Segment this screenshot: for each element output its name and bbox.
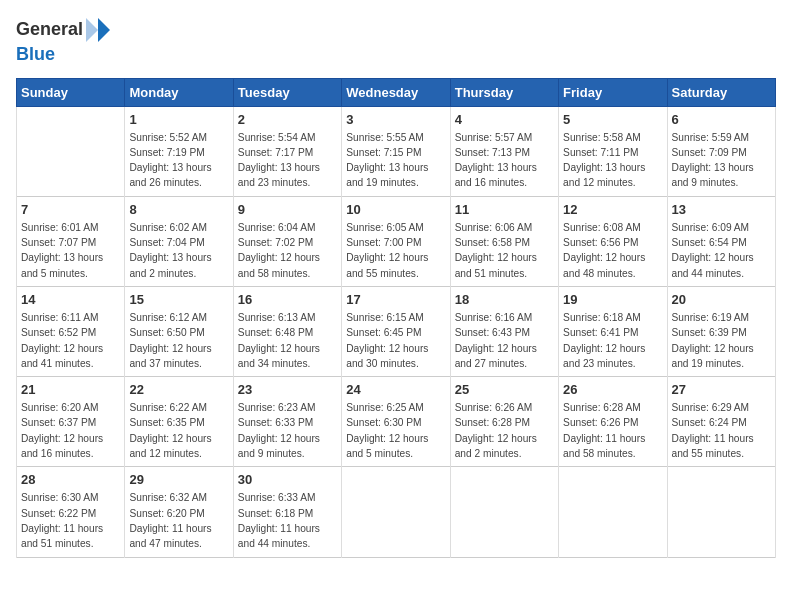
calendar-cell: 8Sunrise: 6:02 AMSunset: 7:04 PMDaylight… [125, 196, 233, 286]
calendar-cell: 13Sunrise: 6:09 AMSunset: 6:54 PMDayligh… [667, 196, 775, 286]
day-number: 20 [672, 292, 771, 307]
day-number: 12 [563, 202, 662, 217]
weekday-header-thursday: Thursday [450, 78, 558, 106]
calendar-cell: 7Sunrise: 6:01 AMSunset: 7:07 PMDaylight… [17, 196, 125, 286]
day-info: Sunrise: 6:28 AMSunset: 6:26 PMDaylight:… [563, 400, 662, 461]
calendar-cell: 20Sunrise: 6:19 AMSunset: 6:39 PMDayligh… [667, 286, 775, 376]
day-number: 16 [238, 292, 337, 307]
calendar-table: SundayMondayTuesdayWednesdayThursdayFrid… [16, 78, 776, 558]
calendar-cell: 14Sunrise: 6:11 AMSunset: 6:52 PMDayligh… [17, 286, 125, 376]
day-number: 14 [21, 292, 120, 307]
day-info: Sunrise: 6:06 AMSunset: 6:58 PMDaylight:… [455, 220, 554, 281]
day-number: 8 [129, 202, 228, 217]
calendar-header-row: SundayMondayTuesdayWednesdayThursdayFrid… [17, 78, 776, 106]
day-info: Sunrise: 6:26 AMSunset: 6:28 PMDaylight:… [455, 400, 554, 461]
day-number: 13 [672, 202, 771, 217]
weekday-header-saturday: Saturday [667, 78, 775, 106]
day-info: Sunrise: 6:25 AMSunset: 6:30 PMDaylight:… [346, 400, 445, 461]
day-info: Sunrise: 5:52 AMSunset: 7:19 PMDaylight:… [129, 130, 228, 191]
day-number: 17 [346, 292, 445, 307]
day-info: Sunrise: 6:05 AMSunset: 7:00 PMDaylight:… [346, 220, 445, 281]
day-info: Sunrise: 6:13 AMSunset: 6:48 PMDaylight:… [238, 310, 337, 371]
day-number: 27 [672, 382, 771, 397]
day-info: Sunrise: 6:20 AMSunset: 6:37 PMDaylight:… [21, 400, 120, 461]
logo-blue-text: Blue [16, 44, 55, 64]
weekday-header-tuesday: Tuesday [233, 78, 341, 106]
day-info: Sunrise: 6:29 AMSunset: 6:24 PMDaylight:… [672, 400, 771, 461]
calendar-week-row: 28Sunrise: 6:30 AMSunset: 6:22 PMDayligh… [17, 467, 776, 557]
day-number: 11 [455, 202, 554, 217]
svg-marker-1 [86, 18, 98, 42]
calendar-cell: 10Sunrise: 6:05 AMSunset: 7:00 PMDayligh… [342, 196, 450, 286]
day-info: Sunrise: 6:19 AMSunset: 6:39 PMDaylight:… [672, 310, 771, 371]
calendar-cell: 19Sunrise: 6:18 AMSunset: 6:41 PMDayligh… [559, 286, 667, 376]
day-info: Sunrise: 6:12 AMSunset: 6:50 PMDaylight:… [129, 310, 228, 371]
day-number: 18 [455, 292, 554, 307]
calendar-cell: 6Sunrise: 5:59 AMSunset: 7:09 PMDaylight… [667, 106, 775, 196]
day-info: Sunrise: 5:58 AMSunset: 7:11 PMDaylight:… [563, 130, 662, 191]
day-info: Sunrise: 6:30 AMSunset: 6:22 PMDaylight:… [21, 490, 120, 551]
calendar-cell [17, 106, 125, 196]
day-info: Sunrise: 5:55 AMSunset: 7:15 PMDaylight:… [346, 130, 445, 191]
day-info: Sunrise: 6:08 AMSunset: 6:56 PMDaylight:… [563, 220, 662, 281]
page-container: General Blue SundayMondayTuesdayWednesda… [0, 0, 792, 568]
weekday-header-monday: Monday [125, 78, 233, 106]
day-number: 7 [21, 202, 120, 217]
day-info: Sunrise: 6:09 AMSunset: 6:54 PMDaylight:… [672, 220, 771, 281]
calendar-cell: 1Sunrise: 5:52 AMSunset: 7:19 PMDaylight… [125, 106, 233, 196]
day-number: 29 [129, 472, 228, 487]
day-number: 10 [346, 202, 445, 217]
calendar-cell: 12Sunrise: 6:08 AMSunset: 6:56 PMDayligh… [559, 196, 667, 286]
weekday-header-wednesday: Wednesday [342, 78, 450, 106]
calendar-cell: 3Sunrise: 5:55 AMSunset: 7:15 PMDaylight… [342, 106, 450, 196]
logo: General Blue [16, 16, 113, 66]
calendar-cell: 22Sunrise: 6:22 AMSunset: 6:35 PMDayligh… [125, 377, 233, 467]
day-info: Sunrise: 5:59 AMSunset: 7:09 PMDaylight:… [672, 130, 771, 191]
calendar-cell: 27Sunrise: 6:29 AMSunset: 6:24 PMDayligh… [667, 377, 775, 467]
day-info: Sunrise: 6:32 AMSunset: 6:20 PMDaylight:… [129, 490, 228, 551]
calendar-cell [342, 467, 450, 557]
calendar-cell: 26Sunrise: 6:28 AMSunset: 6:26 PMDayligh… [559, 377, 667, 467]
calendar-cell: 28Sunrise: 6:30 AMSunset: 6:22 PMDayligh… [17, 467, 125, 557]
calendar-week-row: 14Sunrise: 6:11 AMSunset: 6:52 PMDayligh… [17, 286, 776, 376]
calendar-week-row: 1Sunrise: 5:52 AMSunset: 7:19 PMDaylight… [17, 106, 776, 196]
calendar-week-row: 7Sunrise: 6:01 AMSunset: 7:07 PMDaylight… [17, 196, 776, 286]
calendar-cell: 17Sunrise: 6:15 AMSunset: 6:45 PMDayligh… [342, 286, 450, 376]
calendar-cell: 9Sunrise: 6:04 AMSunset: 7:02 PMDaylight… [233, 196, 341, 286]
calendar-cell: 2Sunrise: 5:54 AMSunset: 7:17 PMDaylight… [233, 106, 341, 196]
day-number: 26 [563, 382, 662, 397]
calendar-cell: 21Sunrise: 6:20 AMSunset: 6:37 PMDayligh… [17, 377, 125, 467]
day-number: 5 [563, 112, 662, 127]
calendar-cell: 25Sunrise: 6:26 AMSunset: 6:28 PMDayligh… [450, 377, 558, 467]
day-number: 24 [346, 382, 445, 397]
day-info: Sunrise: 5:54 AMSunset: 7:17 PMDaylight:… [238, 130, 337, 191]
day-number: 15 [129, 292, 228, 307]
calendar-cell [450, 467, 558, 557]
day-info: Sunrise: 6:15 AMSunset: 6:45 PMDaylight:… [346, 310, 445, 371]
day-info: Sunrise: 6:16 AMSunset: 6:43 PMDaylight:… [455, 310, 554, 371]
calendar-cell: 16Sunrise: 6:13 AMSunset: 6:48 PMDayligh… [233, 286, 341, 376]
calendar-cell: 24Sunrise: 6:25 AMSunset: 6:30 PMDayligh… [342, 377, 450, 467]
calendar-cell [667, 467, 775, 557]
calendar-cell: 5Sunrise: 5:58 AMSunset: 7:11 PMDaylight… [559, 106, 667, 196]
calendar-cell: 30Sunrise: 6:33 AMSunset: 6:18 PMDayligh… [233, 467, 341, 557]
day-info: Sunrise: 6:23 AMSunset: 6:33 PMDaylight:… [238, 400, 337, 461]
calendar-cell: 4Sunrise: 5:57 AMSunset: 7:13 PMDaylight… [450, 106, 558, 196]
logo-general-text: General [16, 19, 83, 39]
day-number: 3 [346, 112, 445, 127]
day-info: Sunrise: 6:18 AMSunset: 6:41 PMDaylight:… [563, 310, 662, 371]
day-number: 1 [129, 112, 228, 127]
logo-flag-icon [84, 16, 112, 44]
calendar-cell: 11Sunrise: 6:06 AMSunset: 6:58 PMDayligh… [450, 196, 558, 286]
day-info: Sunrise: 6:33 AMSunset: 6:18 PMDaylight:… [238, 490, 337, 551]
weekday-header-friday: Friday [559, 78, 667, 106]
calendar-week-row: 21Sunrise: 6:20 AMSunset: 6:37 PMDayligh… [17, 377, 776, 467]
header: General Blue [16, 16, 776, 66]
weekday-header-sunday: Sunday [17, 78, 125, 106]
day-info: Sunrise: 6:01 AMSunset: 7:07 PMDaylight:… [21, 220, 120, 281]
day-number: 2 [238, 112, 337, 127]
calendar-cell: 29Sunrise: 6:32 AMSunset: 6:20 PMDayligh… [125, 467, 233, 557]
day-info: Sunrise: 6:04 AMSunset: 7:02 PMDaylight:… [238, 220, 337, 281]
svg-marker-0 [98, 18, 110, 42]
day-number: 23 [238, 382, 337, 397]
